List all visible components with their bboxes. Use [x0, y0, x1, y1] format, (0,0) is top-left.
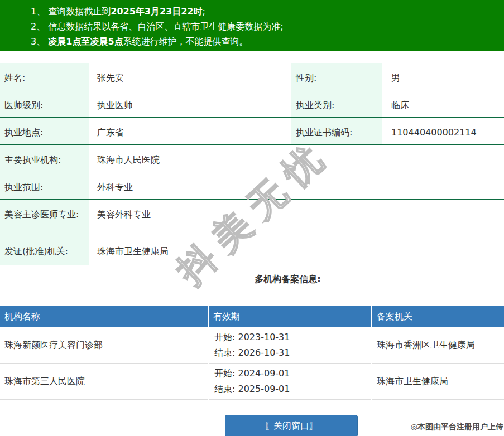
- validity-start: 开始: 2024-09-01: [214, 366, 371, 381]
- notice-2-pre: 2、 信息数据结果以各省、自治区、直辖市卫生健康委数据为准;: [31, 21, 284, 32]
- cert-number-label: 执业证书编码:: [291, 118, 382, 144]
- record-authority: 珠海市卫生健康局: [372, 364, 504, 400]
- info-row-main-org: 主要执业机构: 珠海市人民医院: [0, 145, 504, 172]
- info-row-scope: 执业范围: 外科专业: [0, 172, 504, 200]
- main-org-label: 主要执业机构:: [0, 145, 89, 172]
- cosmetic-specialty-label: 美容主诊医师专业:: [0, 200, 89, 236]
- notice-banner: 1、 查询数据截止到2025年3月23日22时; 2、 信息数据结果以各省、自治…: [0, 0, 504, 51]
- authority-header: 备案机关: [372, 306, 504, 327]
- record-validity: 开始: 2024-09-01 结束: 2025-09-01: [209, 364, 371, 400]
- practice-location-label: 执业地点:: [0, 118, 89, 144]
- upload-credit-text: ◎本图由平台注册用户上传: [411, 422, 503, 432]
- practice-scope-value: 外科专业: [90, 172, 504, 199]
- notice-3-post: 系统进行维护，不能提供查询。: [123, 36, 248, 47]
- name-value: 张先安: [90, 63, 290, 90]
- notice-1-bold: 2025年3月23日22时: [111, 6, 202, 17]
- notice-line-2: 2、 信息数据结果以各省、自治区、直辖市卫生健康委数据为准;: [0, 19, 504, 34]
- record-org-name: 珠海市第三人民医院: [0, 364, 208, 400]
- notice-1-pre: 1、 查询数据截止到: [31, 6, 111, 17]
- notice-line-3: 3、 凌晨1点至凌晨5点系统进行维护，不能提供查询。: [0, 34, 504, 49]
- practice-scope-label: 执业范围:: [0, 172, 89, 199]
- name-label: 姓名:: [0, 63, 89, 90]
- query-result-page: 1、 查询数据截止到2025年3月23日22时; 2、 信息数据结果以各省、自治…: [0, 0, 504, 436]
- validity-end: 结束: 2026-10-31: [214, 345, 371, 361]
- record-authority: 珠海市香洲区卫生健康局: [372, 327, 504, 364]
- cert-number-value: 110440400002114: [383, 118, 504, 144]
- info-row-cosmetic-specialty: 美容主诊医师专业: 美容外科专业: [0, 200, 504, 236]
- doctor-info-table: 姓名: 张先安 性别: 男 医师级别: 执业医师 执业类别: 临床 执业地点: …: [0, 63, 504, 265]
- practice-category-label: 执业类别:: [291, 90, 382, 117]
- doctor-level-value: 执业医师: [90, 90, 290, 117]
- notice-3-bold: 凌晨1点至凌晨5点: [48, 36, 123, 47]
- practice-location-value: 广东省: [90, 118, 290, 144]
- doctor-level-label: 医师级别:: [0, 90, 89, 117]
- record-validity: 开始: 2023-10-31 结束: 2026-10-31: [209, 327, 371, 364]
- info-row-level-category: 医师级别: 执业医师 执业类别: 临床: [0, 90, 504, 118]
- info-row-location-cert: 执业地点: 广东省 执业证书编码: 110440400002114: [0, 118, 504, 145]
- record-org-name: 珠海新颜医疗美容门诊部: [0, 327, 208, 364]
- gender-value: 男: [383, 63, 504, 90]
- multi-org-section-title: 多机构备案信息:: [36, 274, 504, 284]
- gender-label: 性别:: [291, 63, 382, 90]
- notice-line-1: 1、 查询数据截止到2025年3月23日22时;: [0, 4, 504, 19]
- validity-end: 结束: 2025-09-01: [214, 381, 371, 397]
- record-row: 珠海新颜医疗美容门诊部 开始: 2023-10-31 结束: 2026-10-3…: [0, 327, 504, 364]
- issuing-authority-value: 珠海市卫生健康局: [90, 236, 504, 265]
- record-table-header: 机构名称 有效期 备案机关: [0, 306, 504, 327]
- info-row-name-gender: 姓名: 张先安 性别: 男: [0, 63, 504, 90]
- notice-3-pre: 3、: [31, 36, 48, 47]
- validity-start: 开始: 2023-10-31: [214, 330, 371, 345]
- section-divider: [0, 293, 504, 293]
- practice-category-value: 临床: [383, 90, 504, 117]
- validity-header: 有效期: [209, 306, 371, 327]
- org-name-header: 机构名称: [0, 306, 208, 327]
- main-org-value: 珠海市人民医院: [90, 145, 504, 172]
- record-row: 珠海市第三人民医院 开始: 2024-09-01 结束: 2025-09-01 …: [0, 364, 504, 400]
- multi-org-record-table: 机构名称 有效期 备案机关 珠海新颜医疗美容门诊部 开始: 2023-10-31…: [0, 306, 504, 400]
- close-window-button[interactable]: 〖关闭窗口〗: [225, 415, 358, 436]
- cosmetic-specialty-value: 美容外科专业: [90, 200, 504, 236]
- notice-1-post: ;: [202, 6, 205, 17]
- info-row-issuing-authority: 发证(批准)机关: 珠海市卫生健康局: [0, 236, 504, 265]
- issuing-authority-label: 发证(批准)机关:: [0, 236, 89, 265]
